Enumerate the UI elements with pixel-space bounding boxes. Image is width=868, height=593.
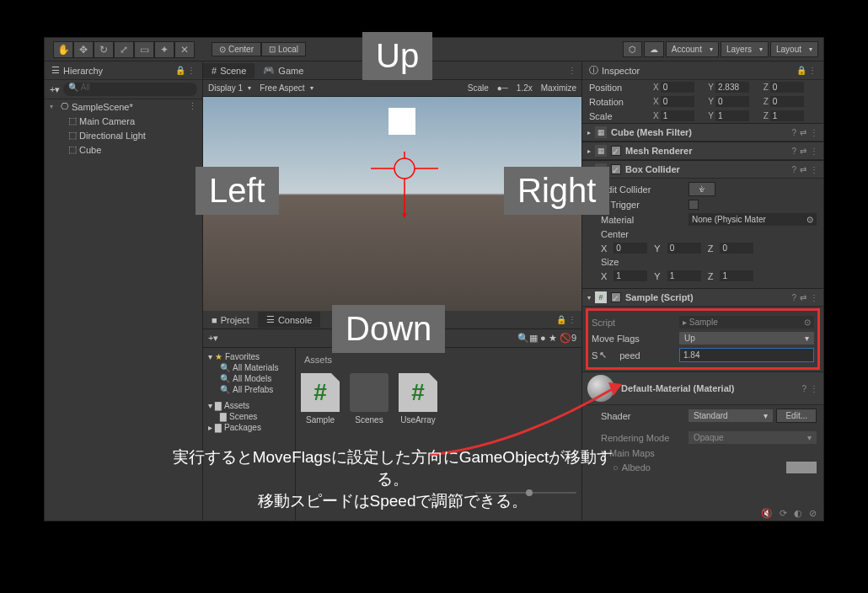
maximize-toggle[interactable]: Maximize (541, 83, 576, 93)
project-add-button[interactable]: +▾ (208, 333, 218, 344)
size-z-input[interactable] (720, 270, 753, 281)
material-header[interactable]: Default-Material (Material)?⋮ (582, 371, 823, 405)
game-tab[interactable]: 🎮Game (255, 62, 312, 78)
hierarchy-item-camera[interactable]: ⬚Main Camera (45, 114, 202, 128)
scale-x-input[interactable] (661, 110, 694, 121)
custom-tool[interactable]: ✕ (174, 41, 195, 58)
display-dropdown[interactable]: Display 1 (208, 83, 251, 93)
favorites-folder[interactable]: ▾★Favorites (205, 351, 293, 362)
box-collider-header[interactable]: ▾▣✓Box Collider?⇄⋮ (582, 160, 823, 179)
cloud-button[interactable]: ☁ (644, 41, 664, 57)
layers-dropdown[interactable]: Layers (721, 41, 769, 57)
inspector-tab[interactable]: ⓘ Inspector 🔒⋮ (582, 61, 823, 80)
transform-tool[interactable]: ✦ (154, 41, 174, 58)
object-picker-icon[interactable]: ⊙ (806, 215, 813, 224)
menu-icon[interactable]: ⋮ (810, 384, 818, 393)
status-icon-4[interactable]: ⊘ (809, 508, 817, 519)
edit-collider-button[interactable]: ꄃ (689, 182, 715, 196)
position-z-input[interactable] (770, 82, 804, 93)
hierarchy-item-cube[interactable]: ⬚Cube (45, 142, 202, 157)
project-breadcrumb[interactable]: Assets (301, 353, 576, 366)
pivot-center-button[interactable]: ⊙Center (212, 42, 261, 56)
scale-z-input[interactable] (770, 110, 804, 121)
hierarchy-lock-icon[interactable]: 🔒 (175, 66, 185, 75)
asset-usearray-script[interactable]: #UseArray (399, 373, 437, 425)
albedo-color-swatch[interactable] (786, 462, 817, 473)
menu-icon[interactable]: ⋮ (810, 293, 818, 302)
mesh-filter-header[interactable]: ▸▦Cube (Mesh Filter)?⇄⋮ (582, 123, 823, 142)
size-x-input[interactable] (613, 270, 647, 281)
aspect-dropdown[interactable]: Free Aspect (260, 83, 313, 93)
preset-icon[interactable]: ⇄ (800, 147, 806, 156)
project-filter-icons[interactable]: ▦ ● ★ 🚫9 (529, 333, 576, 344)
position-y-input[interactable] (715, 82, 749, 93)
hand-tool[interactable]: ✋ (53, 41, 73, 58)
layout-dropdown[interactable]: Layout (770, 41, 818, 57)
menu-icon[interactable]: ⋮ (810, 147, 818, 156)
hierarchy-tab[interactable]: ☰ Hierarchy 🔒⋮ (45, 61, 202, 80)
preset-icon[interactable]: ⇄ (800, 165, 806, 174)
hierarchy-menu-icon[interactable]: ⋮ (187, 66, 196, 75)
hierarchy-scene-row[interactable]: ▾ ⎔ SampleScene* ⋮ (45, 99, 202, 114)
center-x-input[interactable] (613, 243, 647, 254)
position-x-input[interactable] (661, 82, 694, 93)
inspector-menu-icon[interactable]: ⋮ (808, 66, 817, 75)
status-icon-1[interactable]: 🔇 (761, 508, 773, 519)
collab-button[interactable]: ⬡ (623, 41, 642, 57)
move-tool[interactable]: ✥ (73, 41, 94, 58)
preset-icon[interactable]: ⇄ (800, 293, 806, 302)
help-icon[interactable]: ? (791, 128, 796, 137)
project-search-icon[interactable]: 🔍 (517, 333, 529, 344)
assets-folder-row[interactable]: ▾▇Assets (205, 400, 293, 411)
sample-script-header[interactable]: ▾#✓Sample (Script)?⇄⋮ (582, 288, 823, 307)
rotation-x-input[interactable] (661, 96, 694, 107)
move-flags-dropdown[interactable]: Up▾ (679, 332, 814, 345)
asset-scenes-folder[interactable]: Scenes (350, 373, 388, 425)
hierarchy-search-input[interactable]: 🔍 All (63, 83, 197, 96)
scale-tool[interactable]: ⤢ (114, 41, 134, 58)
project-menu-icon[interactable]: ⋮ (568, 315, 576, 324)
fav-prefabs[interactable]: 🔍All Prefabs (205, 384, 293, 395)
account-dropdown[interactable]: Account (666, 41, 719, 57)
fav-models[interactable]: 🔍All Models (205, 373, 293, 384)
game-tab-menu-icon[interactable]: ⋮ (568, 66, 576, 75)
menu-icon[interactable]: ⋮ (810, 165, 818, 174)
help-icon[interactable]: ? (791, 147, 796, 156)
shader-dropdown[interactable]: Standard▾ (689, 409, 773, 422)
rotation-y-input[interactable] (715, 96, 749, 107)
scenes-folder-row[interactable]: ▇Scenes (205, 411, 293, 422)
menu-icon[interactable]: ⋮ (810, 128, 818, 137)
sample-toggle[interactable]: ✓ (611, 292, 621, 302)
center-y-input[interactable] (667, 243, 701, 254)
preset-icon[interactable]: ⇄ (800, 128, 806, 137)
speed-input[interactable] (679, 348, 814, 362)
scene-menu-icon[interactable]: ⋮ (188, 101, 197, 112)
status-icon-3[interactable]: ◐ (794, 508, 802, 519)
asset-sample-script[interactable]: #Sample (301, 373, 340, 425)
physic-material-field[interactable]: None (Physic Mater⊙ (689, 213, 817, 226)
console-tab[interactable]: ☰Console (258, 312, 320, 328)
box-collider-toggle[interactable]: ✓ (611, 164, 621, 174)
rect-tool[interactable]: ▭ (134, 41, 154, 58)
fav-materials[interactable]: 🔍All Materials (205, 362, 293, 373)
help-icon[interactable]: ? (801, 384, 806, 393)
scene-tab[interactable]: #Scene (203, 63, 255, 78)
status-icon-2[interactable]: ⟳ (780, 508, 787, 519)
help-icon[interactable]: ? (791, 165, 796, 174)
rotate-tool[interactable]: ↻ (94, 41, 114, 58)
mesh-renderer-header[interactable]: ▸▦✓Mesh Renderer?⇄⋮ (582, 142, 823, 160)
rotation-z-input[interactable] (770, 96, 804, 107)
project-lock-icon[interactable]: 🔒 (556, 315, 566, 324)
center-z-input[interactable] (720, 243, 753, 254)
inspector-lock-icon[interactable]: 🔒 (796, 66, 806, 75)
project-tab[interactable]: ■Project (203, 313, 258, 328)
hierarchy-add-button[interactable]: +▾ (50, 84, 60, 95)
size-y-input[interactable] (667, 270, 701, 281)
shader-edit-button[interactable]: Edit... (776, 409, 817, 423)
mesh-renderer-toggle[interactable]: ✓ (611, 146, 621, 156)
pivot-local-button[interactable]: ⊡Local (261, 42, 306, 56)
packages-folder-row[interactable]: ▸▇Packages (205, 422, 293, 433)
scale-y-input[interactable] (715, 110, 749, 121)
help-icon[interactable]: ? (791, 293, 796, 302)
is-trigger-checkbox[interactable] (689, 200, 699, 210)
